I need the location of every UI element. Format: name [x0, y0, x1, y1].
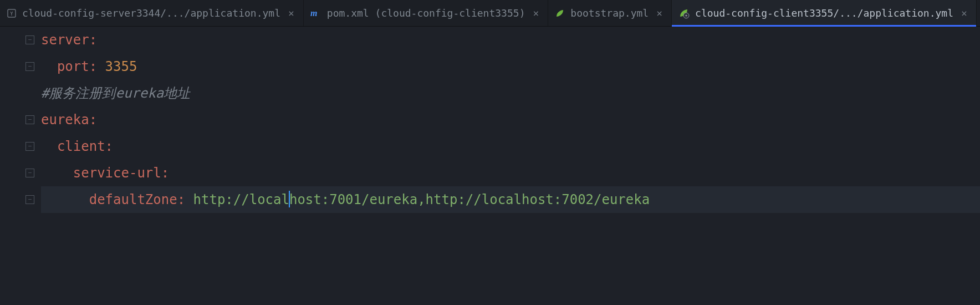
svg-point-4: [685, 14, 687, 16]
fold-icon[interactable]: −: [25, 169, 34, 177]
code-line: client:: [41, 133, 980, 160]
close-icon[interactable]: ×: [286, 7, 297, 19]
svg-text:Y: Y: [11, 11, 13, 16]
code-line: port: 3355: [41, 53, 980, 80]
tab-pom-xml[interactable]: m pom.xml (cloud-config-client3355) ×: [304, 0, 548, 26]
fold-icon[interactable]: −: [25, 195, 34, 204]
code-line: #服务注册到eureka地址: [41, 80, 980, 106]
svg-text:m: m: [310, 8, 317, 18]
fold-icon[interactable]: −: [25, 35, 34, 44]
maven-icon: m: [310, 8, 321, 19]
fold-icon[interactable]: −: [25, 115, 34, 124]
code-line: server:: [41, 27, 980, 53]
tab-label: cloud-config-server3344/.../application.…: [22, 7, 280, 19]
close-icon[interactable]: ×: [959, 7, 969, 19]
tab-label: pom.xml (cloud-config-client3355): [327, 7, 525, 19]
code-area[interactable]: server: port: 3355 #服务注册到eureka地址 eureka…: [38, 27, 980, 305]
editor[interactable]: − − − − − − server: port: 3355 #服务注册到eur…: [0, 27, 980, 305]
fold-icon[interactable]: −: [25, 142, 34, 151]
tab-application-yml-client3355[interactable]: cloud-config-client3355/.../application.…: [672, 0, 977, 26]
spring-leaf-icon: [678, 8, 690, 19]
fold-icon[interactable]: −: [25, 62, 34, 71]
code-line: service-url:: [41, 160, 980, 186]
tab-bootstrap-yml[interactable]: bootstrap.yml ×: [548, 0, 672, 26]
close-icon[interactable]: ×: [530, 7, 541, 19]
code-line: eureka:: [41, 106, 980, 133]
yml-file-icon: Y: [7, 8, 17, 18]
tab-label: cloud-config-client3355/.../application.…: [695, 7, 953, 19]
tab-label: bootstrap.yml: [570, 7, 649, 19]
gutter: − − − − − −: [0, 27, 38, 305]
spring-leaf-icon: [555, 8, 565, 18]
code-line-current: defaultZone: http://localhost:7001/eurek…: [41, 186, 980, 213]
close-icon[interactable]: ×: [654, 7, 665, 19]
tab-application-yml-server3344[interactable]: Y cloud-config-server3344/.../applicatio…: [0, 0, 304, 26]
tab-bar: Y cloud-config-server3344/.../applicatio…: [0, 0, 980, 27]
code-line: [41, 213, 980, 240]
